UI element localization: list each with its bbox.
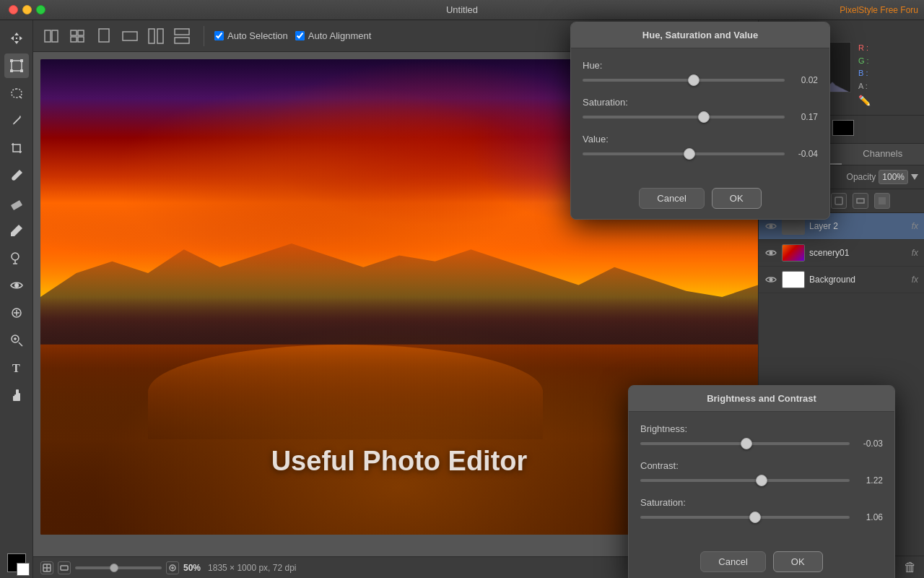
color-swatch[interactable] xyxy=(832,120,854,136)
zoom-tool[interactable] xyxy=(4,328,29,353)
value-row: Value: -0.04 xyxy=(583,134,818,159)
fit-zoom-button[interactable] xyxy=(40,561,53,574)
layer-item[interactable]: Background fx xyxy=(759,267,924,293)
arrange-tool-3[interactable] xyxy=(92,25,116,48)
bc-saturation-row: Saturation: 1.06 xyxy=(640,497,883,522)
brightness-cancel-button[interactable]: Cancel xyxy=(700,551,765,572)
hue-ok-button[interactable]: OK xyxy=(712,188,762,209)
heal-tool[interactable] xyxy=(4,301,29,325)
svg-rect-27 xyxy=(123,32,137,40)
contrast-slider-container: 1.22 xyxy=(640,475,883,486)
bc-saturation-value: 1.06 xyxy=(857,512,883,522)
arrange-tool-6[interactable] xyxy=(170,25,193,48)
layer-name: scenery01 xyxy=(809,248,907,258)
arrange-tool-5[interactable] xyxy=(144,25,167,48)
delete-layer-button[interactable]: 🗑 xyxy=(902,559,918,575)
zoom-value: 50% xyxy=(183,563,201,573)
auto-alignment-checkbox[interactable] xyxy=(295,31,305,40)
effect-icon-5[interactable] xyxy=(874,193,890,209)
zoom-slider[interactable] xyxy=(75,566,162,569)
maximize-button[interactable] xyxy=(36,5,45,14)
svg-rect-29 xyxy=(157,29,163,43)
layer-fx-icon: fx xyxy=(912,275,918,285)
effect-icon-3[interactable] xyxy=(831,193,847,209)
layer-visibility-icon[interactable] xyxy=(764,273,777,286)
tab-channels[interactable]: Channels xyxy=(842,144,925,165)
svg-rect-0 xyxy=(16,38,17,39)
layer-visibility-icon[interactable] xyxy=(764,246,777,259)
svg-rect-1 xyxy=(12,61,22,71)
brightness-slider-track[interactable] xyxy=(640,442,850,445)
hue-value: 0.02 xyxy=(792,75,818,85)
bc-saturation-slider-thumb[interactable] xyxy=(749,512,761,523)
effect-icon-4[interactable] xyxy=(853,193,868,209)
svg-point-8 xyxy=(12,253,19,260)
hue-cancel-button[interactable]: Cancel xyxy=(639,188,704,209)
svg-rect-4 xyxy=(10,69,13,72)
saturation-slider-track[interactable] xyxy=(583,116,785,118)
text-tool[interactable]: T xyxy=(4,355,29,380)
value-slider-track[interactable] xyxy=(583,152,785,155)
svg-rect-28 xyxy=(149,29,154,43)
contrast-label: Contrast: xyxy=(640,460,883,471)
eyedropper-tool[interactable] xyxy=(4,108,29,133)
image-info: 1835 × 1000 px, 72 dpi xyxy=(208,563,296,573)
value-slider-thumb[interactable] xyxy=(684,148,695,160)
saturation-row: Saturation: 0.17 xyxy=(583,97,818,122)
color-swatches[interactable] xyxy=(7,553,26,572)
hand-tool[interactable] xyxy=(4,383,29,407)
eye-tool[interactable] xyxy=(4,273,29,298)
svg-point-11 xyxy=(14,283,19,288)
layer-item[interactable]: scenery01 fx xyxy=(759,240,924,267)
lasso-tool[interactable] xyxy=(4,81,29,105)
arrange-tool-2[interactable] xyxy=(66,25,90,48)
zoom-controls[interactable]: 50% xyxy=(40,561,201,574)
svg-rect-25 xyxy=(78,37,84,42)
move-tool[interactable] xyxy=(4,26,29,51)
pencil-tool[interactable] xyxy=(4,218,29,243)
clone-stamp-tool[interactable] xyxy=(4,246,29,270)
contrast-slider-thumb[interactable] xyxy=(756,475,767,486)
minimize-button[interactable] xyxy=(22,5,32,14)
traffic-lights[interactable] xyxy=(0,5,45,14)
zoom-out-button[interactable] xyxy=(58,561,71,574)
eraser-tool[interactable] xyxy=(4,191,29,215)
svg-rect-24 xyxy=(71,37,77,42)
crop-tool[interactable] xyxy=(4,136,29,160)
saturation-slider-thumb[interactable] xyxy=(698,111,710,123)
hue-dialog-buttons: Cancel OK xyxy=(571,182,829,219)
brightness-ok-button[interactable]: OK xyxy=(773,551,823,572)
svg-rect-35 xyxy=(61,566,68,570)
hue-slider-track[interactable] xyxy=(583,79,785,82)
opacity-value[interactable]: 100% xyxy=(879,170,908,184)
svg-point-44 xyxy=(770,224,773,228)
auto-alignment-group[interactable]: Auto Alignment xyxy=(295,30,371,41)
auto-selection-group[interactable]: Auto Selection xyxy=(214,30,288,41)
forum-link[interactable]: PixelStyle Free Foru xyxy=(840,5,924,15)
saturation-slider-container: 0.17 xyxy=(583,112,818,122)
close-button[interactable] xyxy=(9,5,18,14)
svg-rect-42 xyxy=(857,199,864,203)
svg-line-6 xyxy=(19,96,22,98)
arrange-tool-1[interactable] xyxy=(40,25,64,48)
zoom-in-button[interactable] xyxy=(166,561,179,574)
contrast-slider-track[interactable] xyxy=(640,479,850,482)
hue-dialog: Hue, Saturation and Value Hue: 0.02 Satu… xyxy=(570,22,830,220)
zoom-slider-thumb[interactable] xyxy=(110,564,118,572)
layer-visibility-icon[interactable] xyxy=(764,220,777,233)
arrange-tool-4[interactable] xyxy=(118,25,141,48)
auto-selection-checkbox[interactable] xyxy=(214,31,224,40)
brightness-slider-thumb[interactable] xyxy=(741,438,752,449)
auto-alignment-label: Auto Alignment xyxy=(308,30,371,41)
hue-dialog-overlay: Hue, Saturation and Value Hue: 0.02 Satu… xyxy=(570,22,830,220)
brush-tool[interactable] xyxy=(4,163,29,188)
transform-tool[interactable] xyxy=(4,53,29,78)
brightness-dialog-body: Brightness: -0.03 Contrast: 1.22 xyxy=(629,412,894,545)
eyedropper-icon[interactable]: ✏️ xyxy=(858,95,871,106)
bc-saturation-slider-track[interactable] xyxy=(640,516,850,519)
svg-rect-7 xyxy=(10,200,22,210)
histogram-r-label: R : xyxy=(858,43,868,52)
layer-fx-icon: fx xyxy=(912,221,918,231)
hue-slider-thumb[interactable] xyxy=(688,74,699,86)
svg-rect-22 xyxy=(71,30,77,35)
